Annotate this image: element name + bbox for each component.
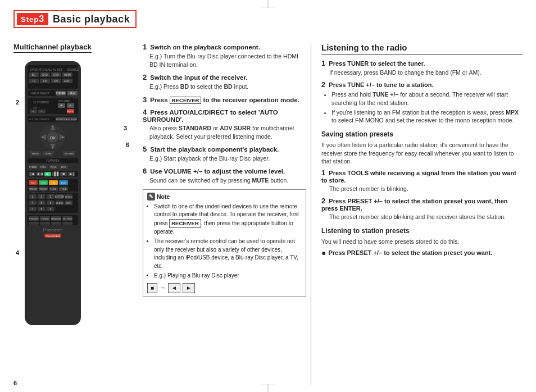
- svg-text:iPod: iPod: [70, 92, 75, 95]
- svg-text:PHASE: PHASE: [29, 166, 37, 168]
- radio-step-2-num: 2: [321, 80, 325, 89]
- svg-text:HOME: HOME: [45, 152, 52, 155]
- step-5-body: E.g.) Start playback of the Blu-ray Disc…: [149, 154, 306, 163]
- saving-step-2-heading: 2 Press PRESET +/– to select the station…: [321, 197, 523, 212]
- svg-text:BD: BD: [32, 74, 36, 76]
- svg-text:ADPT: ADPT: [64, 80, 71, 83]
- step-2: 2 Switch the input of the receiver. E.g.…: [143, 73, 306, 91]
- note-box: ✎ Note Switch to one of the underlined d…: [143, 189, 306, 297]
- page: Step3 Basic playback Multichannel playba…: [0, 0, 536, 392]
- svg-rect-143: [51, 222, 61, 225]
- svg-text:STEREO/ADV SURR: STEREO/ADV SURR: [56, 118, 77, 121]
- step-6: 6 Use VOLUME +/– to adjust the volume le…: [143, 167, 306, 185]
- label-4: 4: [16, 249, 19, 256]
- listening-bullet-text: Press PRESET +/– to select the station p…: [328, 249, 492, 257]
- svg-text:TV: TV: [32, 80, 35, 83]
- bullet-symbol: ●: [321, 249, 326, 257]
- step-1-heading: Switch on the playback component.: [150, 44, 260, 51]
- step-3-heading-end: to the receiver operation mode.: [201, 97, 299, 103]
- step-label: Step: [21, 15, 39, 24]
- note-label: Note: [157, 193, 170, 201]
- svg-text:HDMI: HDMI: [64, 74, 71, 76]
- svg-text:TUNER: TUNER: [41, 217, 49, 220]
- arrow-prev-btn: ◄: [168, 283, 180, 294]
- label-3: 3: [124, 125, 127, 131]
- svg-text:CD: CD: [43, 80, 47, 83]
- svg-text:CTRL: CTRL: [40, 166, 47, 168]
- step-2-num: 2: [143, 73, 147, 81]
- crosshair-bot-v: [268, 384, 269, 392]
- listening-presets-title: Listening to station presets: [321, 227, 523, 235]
- svg-text:3: 3: [50, 195, 52, 198]
- step-6-heading: Use VOLUME +/– to adjust the volume leve…: [150, 168, 285, 175]
- receiver-box: RECEIVER: [170, 97, 202, 104]
- svg-text:9: 9: [50, 207, 52, 211]
- saving-step-2-num: 2: [321, 197, 325, 205]
- saving-step-2-text: Press PRESET +/– to select the station p…: [321, 198, 507, 212]
- svg-text:|◄: |◄: [30, 172, 35, 176]
- note-item-3: E.g.) Playing a Blu-ray Disc player: [154, 272, 302, 280]
- svg-text:+: +: [33, 110, 34, 113]
- left-column: Multichannel playback 2 3 6 4 OPERATION …: [13, 43, 137, 385]
- radio-step-1-heading: 1 Press TUNER to select the tuner.: [321, 59, 523, 67]
- playback-arrow: ■ → ◄ ►: [147, 283, 302, 294]
- note-item-1: Switch to one of the underlined devices …: [154, 203, 302, 236]
- svg-rect-141: [29, 222, 39, 225]
- note-item-2: The receiver's remote control can be use…: [154, 238, 302, 270]
- step-2-body: E.g.) Press BD to select the BD input.: [149, 83, 306, 91]
- arrow-play-btn: ►: [183, 283, 195, 294]
- svg-text:1: 1: [32, 195, 34, 198]
- listening-bullet: ● Press PRESET +/– to select the station…: [321, 249, 523, 257]
- step-3-heading: Press: [150, 97, 170, 103]
- svg-text:6: 6: [50, 201, 52, 204]
- right-column: Listening to the radio 1 Press TUNER to …: [317, 43, 523, 385]
- arrow-stop-btn: ■: [147, 283, 157, 294]
- saving-step-2-body: The preset number stop blinking and the …: [329, 213, 523, 221]
- svg-text:7: 7: [32, 207, 34, 211]
- svg-text:CLASS: CLASS: [56, 202, 63, 204]
- svg-text:■: ■: [62, 172, 65, 176]
- step-2-heading: Switch the input of the receiver.: [150, 74, 247, 81]
- svg-text:2: 2: [41, 195, 43, 198]
- svg-text:SOURCE: SOURCE: [67, 68, 79, 71]
- svg-text:MEMORY: MEMORY: [51, 217, 61, 220]
- radio-step-1-text: Press TUNER to select the tuner.: [329, 60, 425, 67]
- step-4-num: 4: [143, 108, 147, 116]
- svg-text:OPERATION ALL AV SET: OPERATION ALL AV SET: [30, 68, 62, 71]
- step-3-num: 3: [143, 95, 147, 104]
- svg-text:▼: ▼: [52, 146, 54, 149]
- svg-text:ON TIME: ON TIME: [63, 217, 72, 220]
- label-2: 2: [16, 99, 19, 106]
- svg-text:DISP: DISP: [66, 202, 71, 204]
- step-4-body: Also press STANDARD or ADV SURR for mult…: [149, 124, 306, 141]
- arrow-separator: →: [160, 284, 166, 293]
- radio-step-2-heading: 2 Press TUNE +/– to tune to a station.: [321, 80, 523, 89]
- svg-text:PRESET: PRESET: [29, 217, 39, 220]
- step-4-heading: Press AUTO/ALC/DIRECT to select 'AUTO SU…: [143, 109, 278, 123]
- svg-text:VOLUME: VOLUME: [58, 99, 71, 103]
- note-icon: ✎: [147, 193, 155, 200]
- svg-text:5: 5: [41, 201, 43, 204]
- svg-text:−: −: [41, 110, 43, 113]
- svg-text:►|: ►|: [69, 172, 74, 176]
- step-1-body: E.g.) Turn the Blu-ray Disc player conne…: [149, 52, 306, 69]
- multichannel-title: Multichannel playback: [13, 43, 92, 53]
- step-number: 3: [39, 14, 44, 24]
- svg-text:SAT: SAT: [54, 80, 59, 83]
- listening-presets-intro: You will need to have some presets store…: [321, 238, 523, 246]
- svg-text:−: −: [69, 103, 71, 107]
- radio-step-1-body: If necessary, press BAND to change the b…: [329, 69, 523, 77]
- step-4: 4 Press AUTO/ALC/DIRECT to select 'AUTO …: [143, 108, 306, 141]
- svg-text:PQLS: PQLS: [51, 166, 57, 168]
- step-title: Basic playback: [53, 13, 130, 25]
- svg-text:TOOLS: TOOLS: [65, 195, 72, 198]
- radio-step-1: 1 Press TUNER to select the tuner. If ne…: [321, 59, 523, 77]
- radio-step-2: 2 Press TUNE +/– to tune to a station. P…: [321, 80, 523, 125]
- saving-step-1-heading: 1 Press TOOLS while receiving a signal f…: [321, 168, 523, 184]
- svg-text:DVR: DVR: [53, 74, 59, 76]
- saving-step-1-num: 1: [321, 168, 325, 177]
- svg-text:►: ►: [46, 172, 50, 176]
- svg-text:RETURN: RETURN: [65, 152, 74, 155]
- radio-step-2-text: Press TUNE +/– to tune to a station.: [329, 81, 433, 88]
- svg-text:►: ►: [62, 136, 64, 139]
